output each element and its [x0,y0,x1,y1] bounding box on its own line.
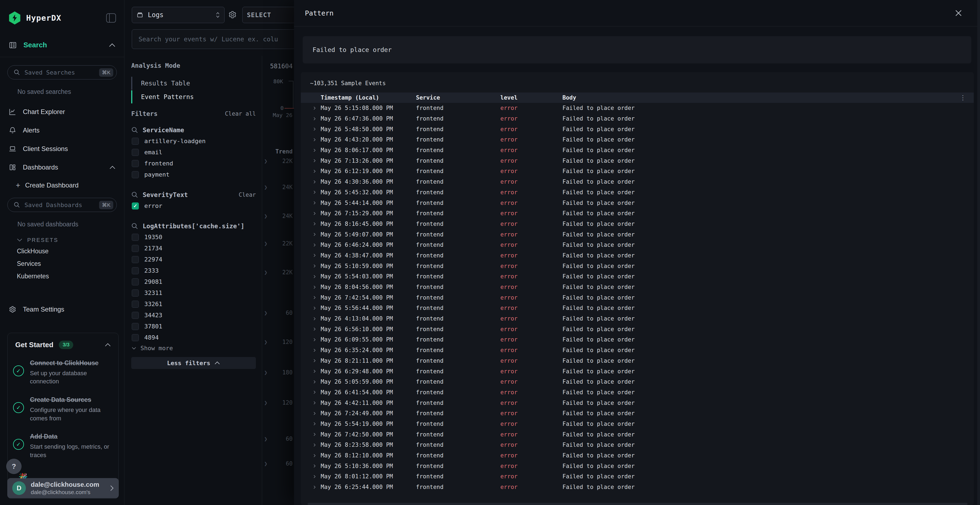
checkbox-icon[interactable] [132,138,139,145]
table-row[interactable]: May 26 5:05:59.000 PMfrontenderrorFailed… [301,376,974,387]
row-expand-cell[interactable] [301,485,321,489]
checkbox-icon[interactable] [132,323,139,330]
filter-option[interactable]: 21734 [131,243,256,254]
pattern-row-peek[interactable]: ❯120 [264,339,293,345]
table-row[interactable]: May 26 8:21:11.000 PMfrontenderrorFailed… [301,356,974,366]
table-row[interactable]: May 26 6:09:55.000 PMfrontenderrorFailed… [301,334,974,345]
search-icon[interactable] [131,127,138,133]
row-expand-cell[interactable] [301,253,321,257]
row-expand-cell[interactable] [301,243,321,247]
mode-results-table[interactable]: Results Table [131,77,251,90]
pattern-row-peek[interactable]: ❯22K [264,240,293,247]
table-row[interactable]: May 26 5:10:59.000 PMfrontenderrorFailed… [301,260,974,271]
row-expand-cell[interactable] [301,390,321,394]
row-expand-cell[interactable] [301,127,321,131]
table-row[interactable]: May 26 5:45:32.000 PMfrontenderrorFailed… [301,187,974,198]
saved-dashboards-field[interactable] [24,202,95,208]
table-row[interactable]: May 26 6:56:10.000 PMfrontenderrorFailed… [301,324,974,334]
table-row[interactable]: May 26 8:12:10.000 PMfrontenderrorFailed… [301,450,974,461]
row-expand-cell[interactable] [301,422,321,426]
filter-option[interactable]: 33261 [131,299,256,310]
filter-option[interactable]: 19350 [131,232,256,243]
row-expand-cell[interactable] [301,401,321,405]
filter-option[interactable]: 32311 [131,287,256,299]
saved-searches-field[interactable] [24,69,95,76]
table-row[interactable]: May 26 7:24:49.000 PMfrontenderrorFailed… [301,408,974,419]
row-expand-cell[interactable] [301,475,321,479]
row-expand-cell[interactable] [301,443,321,447]
search-icon[interactable] [131,191,138,199]
table-row[interactable]: May 26 7:13:26.000 PMfrontenderrorFailed… [301,156,974,166]
sidebar-item-client-sessions[interactable]: Client Sessions [0,140,124,157]
checkbox-icon[interactable] [132,334,139,341]
row-expand-cell[interactable] [301,190,321,194]
row-expand-cell[interactable] [301,159,321,163]
checkbox-icon[interactable] [132,289,139,297]
filter-option[interactable]: 22974 [131,254,256,265]
filter-option[interactable]: 37801 [131,321,256,332]
row-expand-cell[interactable] [301,138,321,142]
row-expand-cell[interactable] [301,359,321,363]
table-row[interactable]: May 26 4:13:04.000 PMfrontenderrorFailed… [301,313,974,324]
help-button[interactable]: ? [6,459,22,474]
table-options-icon[interactable]: ⋮ [959,96,966,99]
col-service[interactable]: Service [407,94,493,101]
row-expand-cell[interactable] [301,106,321,110]
filter-option[interactable]: 4894 [131,332,256,343]
table-row[interactable]: May 26 6:47:36.000 PMfrontenderrorFailed… [301,113,974,124]
row-expand-cell[interactable] [301,295,321,300]
vertical-scrollbar[interactable] [977,0,980,505]
pattern-row-peek[interactable]: ❯120 [264,399,293,406]
checkbox-icon[interactable] [132,245,139,252]
checkbox-icon[interactable] [132,160,139,167]
saved-dashboards-input[interactable]: ⌘K [7,198,117,212]
sidebar-item-chart-explorer[interactable]: Chart Explorer [0,103,124,121]
row-expand-cell[interactable] [301,117,321,121]
app-logo[interactable]: HyperDX [8,11,61,24]
sidebar-section-search[interactable]: Search [0,41,124,49]
checkbox-icon[interactable] [132,278,139,286]
table-row[interactable]: May 26 6:41:54.000 PMfrontenderrorFailed… [301,387,974,398]
pattern-row-peek[interactable]: ❯60 [264,310,293,316]
row-expand-cell[interactable] [301,464,321,468]
checkbox-icon[interactable] [132,234,139,241]
row-expand-cell[interactable] [301,317,321,321]
row-expand-cell[interactable] [301,454,321,458]
table-row[interactable]: May 26 8:01:12.000 PMfrontenderrorFailed… [301,471,974,482]
search-icon[interactable] [131,222,138,230]
checkbox-checked-icon[interactable]: ✓ [132,202,139,210]
table-row[interactable]: May 26 5:48:50.000 PMfrontenderrorFailed… [301,124,974,134]
sidebar-item-alerts[interactable]: Alerts [0,122,124,139]
filter-option[interactable]: frontend [131,158,256,169]
pattern-row-peek[interactable]: ❯22K [264,269,293,276]
row-expand-cell[interactable] [301,338,321,342]
table-row[interactable]: May 26 7:15:29.000 PMfrontenderrorFailed… [301,208,974,219]
preset-item-services[interactable]: Services [17,257,124,270]
mode-event-patterns[interactable]: Event Patterns [131,91,251,103]
preset-item-clickhouse[interactable]: ClickHouse [17,245,124,257]
get-started-item[interactable]: ✓ Connect to ClickHouse Set up your data… [8,349,118,386]
table-row[interactable]: May 26 4:43:20.000 PMfrontenderrorFailed… [301,134,974,145]
table-row[interactable]: May 26 5:10:36.000 PMfrontenderrorFailed… [301,461,974,471]
clear-all-button[interactable]: Clear all [225,110,256,117]
pattern-row-peek[interactable]: ❯180 [264,369,293,376]
pattern-row-peek[interactable]: ❯60 [264,461,293,467]
table-row[interactable]: May 26 5:54:03.000 PMfrontenderrorFailed… [301,271,974,282]
table-row[interactable]: May 26 6:29:48.000 PMfrontenderrorFailed… [301,366,974,376]
row-expand-cell[interactable] [301,369,321,373]
row-expand-cell[interactable] [301,222,321,226]
table-row[interactable]: May 26 4:38:47.000 PMfrontenderrorFailed… [301,250,974,261]
row-expand-cell[interactable] [301,232,321,237]
row-expand-cell[interactable] [301,327,321,331]
sidebar-item-team-settings[interactable]: Team Settings [0,303,124,316]
table-row[interactable]: May 26 6:35:24.000 PMfrontenderrorFailed… [301,345,974,356]
table-row[interactable]: May 26 5:15:08.000 PMfrontenderrorFailed… [301,103,974,113]
row-expand-cell[interactable] [301,211,321,216]
table-row[interactable]: May 26 5:49:07.000 PMfrontenderrorFailed… [301,229,974,240]
source-settings-button[interactable] [228,10,237,19]
checkbox-icon[interactable] [132,301,139,308]
checkbox-icon[interactable] [132,312,139,319]
less-filters-button[interactable]: Less filters [131,357,256,369]
presets-toggle[interactable]: PRESETS [17,235,124,245]
row-expand-cell[interactable] [301,432,321,437]
